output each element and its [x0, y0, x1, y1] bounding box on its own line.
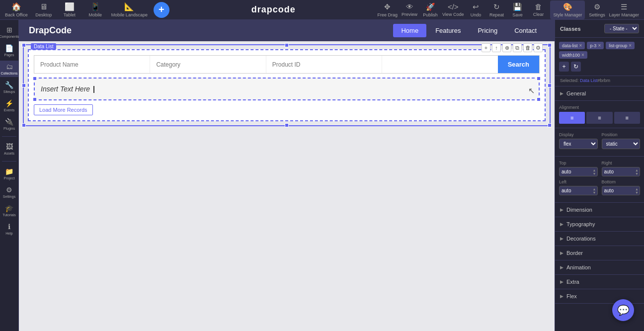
align-left-button[interactable]: ≡ — [559, 112, 585, 124]
nav-link-pricing[interactable]: Pricing — [470, 24, 505, 37]
top-increment[interactable]: ▲ — [592, 168, 597, 172]
toolbar-mobile-label: Mobile — [89, 12, 102, 17]
view-code-button[interactable]: </> View Code — [442, 2, 464, 17]
sidebar-item-assets[interactable]: 🖼 Assets — [0, 141, 18, 157]
animation-header[interactable]: ▶ Animation — [555, 260, 644, 274]
sidebar-item-pages[interactable]: 📄 Pages — [0, 42, 18, 59]
add-element-button[interactable]: + — [154, 2, 169, 18]
left-decrement[interactable]: ▼ — [592, 191, 597, 194]
right-increment[interactable]: ▲ — [634, 168, 640, 172]
preview-button[interactable]: 👁 Preview — [401, 2, 418, 17]
save-label: Save — [512, 12, 523, 17]
undo-button[interactable]: ↩ Undo — [467, 2, 484, 17]
right-label: Right — [602, 161, 641, 166]
product-name-input[interactable] — [34, 56, 150, 73]
display-select[interactable]: flex block inline none — [559, 139, 598, 149]
sidebar-item-collections[interactable]: 🗂 Collections — [0, 61, 18, 77]
add-class-button[interactable]: + — [559, 62, 569, 72]
style-manager-button[interactable]: 🎨 Style Manager — [550, 0, 585, 19]
general-header[interactable]: ▶ General — [555, 86, 644, 100]
class-tag-p3-remove[interactable]: × — [598, 43, 601, 48]
repeat-button[interactable]: ↻ Repeat — [487, 2, 505, 17]
dl-settings-button[interactable]: ⚙ — [534, 43, 543, 52]
handle-tl — [22, 43, 26, 47]
load-more-button[interactable]: Load More Records — [34, 104, 93, 115]
position-select[interactable]: static relative absolute fixed — [602, 139, 641, 149]
right-panel: Classes - State - data-list × p-3 × list… — [555, 20, 644, 331]
toolbar-tablet[interactable]: ⬜ Tablet — [60, 2, 80, 17]
state-dropdown[interactable]: - State - — [604, 24, 639, 33]
sidebar-item-project[interactable]: 📁 Project — [0, 166, 18, 182]
class-tag-list-group: list-group × — [606, 42, 635, 49]
dl-delete-button[interactable]: 🗑 — [523, 43, 532, 52]
free-drag-button[interactable]: ✥ Free Drag — [378, 2, 398, 17]
toolbar-desktop[interactable]: 🖥 Desktop — [34, 2, 54, 17]
layer-manager-button[interactable]: ☰ Layer Manager — [609, 2, 639, 17]
bottom-stepper: ▲ ▼ — [634, 187, 640, 194]
class-tag-width100-remove[interactable]: × — [581, 52, 584, 58]
flex-header[interactable]: ▶ Flex — [555, 289, 644, 303]
alignment-label: Alignment — [559, 105, 640, 110]
settings-button[interactable]: ⚙ Settings — [588, 2, 606, 17]
decorations-header[interactable]: ▶ Decorations — [555, 232, 644, 246]
toolbar-back-office[interactable]: 🏠 Back Office — [5, 2, 28, 17]
nav-link-home[interactable]: Home — [393, 24, 426, 37]
settings-label: Settings — [589, 12, 605, 17]
toolbar-mobile-landscape[interactable]: 📐 Mobile Landscape — [111, 2, 148, 17]
data-list-container: Data List + ↑ ⊕ ⧉ 🗑 ⚙ Search — [28, 49, 546, 121]
search-button[interactable]: Search — [498, 56, 539, 73]
bottom-input-wrap: ▲ ▼ — [602, 186, 641, 195]
sidebar-item-tutorials[interactable]: 🎓 Tutorials — [0, 202, 18, 219]
sidebar-item-events[interactable]: ⚡ Events — [0, 97, 18, 114]
dimension-header[interactable]: ▶ Dimension — [555, 203, 644, 217]
search-row: Search — [34, 55, 540, 74]
top-input[interactable] — [560, 167, 592, 176]
sidebar-item-siteups[interactable]: 🔧 Siteups — [0, 79, 18, 95]
pages-icon: 📄 — [5, 44, 13, 52]
content-handle-tl — [33, 77, 37, 81]
extra-header[interactable]: ▶ Extra — [555, 275, 644, 289]
clear-button[interactable]: 🗑 Clear — [529, 2, 547, 17]
bottom-input[interactable] — [602, 186, 635, 195]
sidebar-item-settings[interactable]: ⚙ Settings — [0, 184, 18, 200]
category-input[interactable] — [150, 56, 265, 73]
sidebar-item-help[interactable]: ℹ Help — [0, 221, 18, 237]
publish-button[interactable]: 🚀 Publish — [421, 2, 439, 17]
sidebar-assets-label: Assets — [4, 152, 14, 155]
typography-header[interactable]: ▶ Typography — [555, 217, 644, 231]
align-center-button[interactable]: ≡ — [586, 112, 612, 124]
preview-label: Preview — [402, 12, 417, 17]
left-input[interactable] — [560, 186, 592, 195]
canvas-area[interactable]: DrapCode Home Features Pricing Contact D… — [19, 20, 555, 331]
sidebar-plugins-label: Plugins — [3, 127, 15, 130]
top-label: Top — [559, 161, 598, 166]
dl-copy-button[interactable]: ⧉ — [513, 43, 522, 52]
right-stepper: ▲ ▼ — [634, 168, 640, 175]
align-right-button[interactable]: ≡ — [614, 112, 640, 124]
chat-bubble[interactable]: 💬 — [612, 299, 634, 321]
border-header[interactable]: ▶ Border — [555, 246, 644, 260]
toolbar-mobile[interactable]: 📱 Mobile — [85, 2, 105, 17]
class-tag-data-list-remove[interactable]: × — [579, 43, 582, 48]
save-button[interactable]: 💾 Save — [508, 2, 526, 17]
preview-icon: 👁 — [406, 2, 413, 11]
top-decrement[interactable]: ▼ — [592, 172, 597, 175]
right-decrement[interactable]: ▼ — [634, 172, 640, 175]
refresh-class-button[interactable]: ↻ — [571, 62, 581, 72]
left-increment[interactable]: ▲ — [592, 187, 597, 191]
bottom-decrement[interactable]: ▼ — [634, 191, 640, 194]
dl-add-button[interactable]: + — [482, 43, 490, 52]
sidebar-item-plugins[interactable]: 🔌 Plugins — [0, 116, 18, 132]
nav-link-contact[interactable]: Contact — [506, 24, 545, 37]
extra-search-input[interactable] — [382, 56, 497, 73]
dl-up-button[interactable]: ↑ — [492, 43, 501, 52]
right-input[interactable] — [602, 167, 635, 176]
class-tag-list-group-remove[interactable]: × — [629, 43, 632, 48]
sidebar-item-components[interactable]: ⊞ Components — [0, 24, 18, 40]
right-input-wrap: ▲ ▼ — [602, 167, 641, 176]
nav-link-features[interactable]: Features — [427, 24, 469, 37]
typography-chevron-icon: ▶ — [560, 222, 564, 227]
dl-move-button[interactable]: ⊕ — [502, 43, 511, 52]
product-id-input[interactable] — [266, 56, 382, 73]
bottom-increment[interactable]: ▲ — [634, 187, 640, 191]
